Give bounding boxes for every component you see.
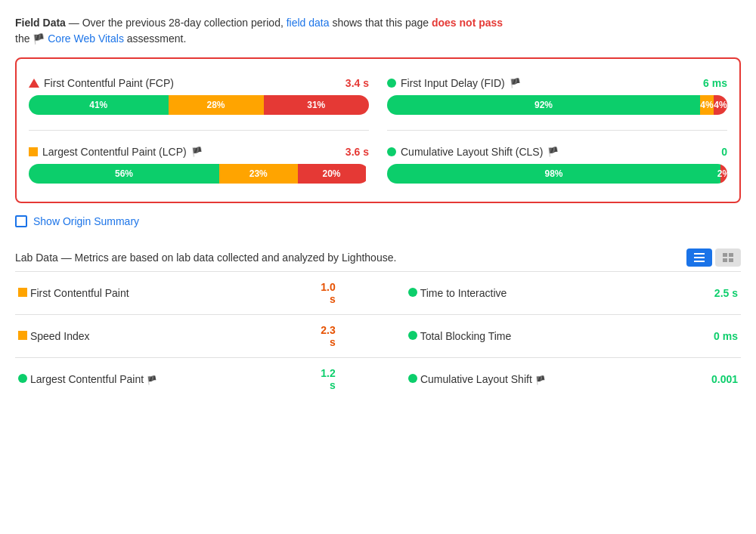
bar-fcp-red: 31% <box>264 95 370 115</box>
square-orange-icon-lcp <box>29 147 38 156</box>
metric-header-fid: First Input Delay (FID) 🏴 6 ms <box>387 77 727 89</box>
lab-cell-fcp-left: First Contentful Paint <box>15 272 318 315</box>
does-not-pass-text: does not pass <box>432 17 503 29</box>
circle-green-icon-lab-cls <box>408 374 417 383</box>
lab-metric-name-tbt: Total Blocking Time <box>420 330 512 342</box>
metric-title-row-lcp: Largest Contentful Paint (LCP) 🏴 <box>29 146 203 158</box>
metric-name-cls: Cumulative Layout Shift (CLS) <box>401 146 543 158</box>
field-data-header: Field Data — Over the previous 28-day co… <box>15 15 741 47</box>
bar-lcp-red: 20% <box>298 164 366 184</box>
svg-rect-3 <box>723 253 727 257</box>
metric-header-fcp: First Contentful Paint (FCP) 3.4 s <box>29 77 369 89</box>
lab-data-link[interactable]: lab data <box>176 252 214 264</box>
divider-left <box>29 130 369 131</box>
bar-cls-red: 2% <box>720 164 727 184</box>
circle-green-icon-fid <box>387 79 396 88</box>
core-web-vitals-link[interactable]: 🏴 Core Web Vitals <box>33 32 126 45</box>
metric-title-row-fid: First Input Delay (FID) 🏴 <box>387 77 521 89</box>
metric-value-lcp: 3.6 s <box>345 146 369 158</box>
lab-metric-value-lcp: 1.2 s <box>318 358 338 401</box>
metric-value-fcp: 3.4 s <box>345 77 369 89</box>
circle-green-icon-lab-tti <box>408 288 417 297</box>
toggle-buttons <box>686 248 741 267</box>
lab-cell-tbt-right: Total Blocking Time <box>405 315 708 358</box>
show-origin-checkbox[interactable] <box>15 215 27 227</box>
lab-metric-name-fcp: First Contentful Paint <box>30 287 129 299</box>
lab-metric-name-tti: Time to Interactive <box>420 287 507 299</box>
bar-lcp-orange: 23% <box>219 164 298 184</box>
metric-name-lcp: Largest Contentful Paint (LCP) <box>42 146 187 158</box>
bar-fcp-green: 41% <box>29 95 169 115</box>
metric-header-lcp: Largest Contentful Paint (LCP) 🏴 3.6 s <box>29 146 369 158</box>
svg-rect-4 <box>729 253 733 257</box>
bar-fcp-orange: 28% <box>169 95 264 115</box>
toggle-list-button[interactable] <box>686 248 712 267</box>
field-data-box: First Contentful Paint (FCP) 3.4 s 41% 2… <box>15 57 741 203</box>
circle-green-icon-cls <box>387 147 396 156</box>
field-data-desc-prefix: — Over the previous 28-day collection pe… <box>66 17 287 29</box>
svg-rect-1 <box>694 257 705 258</box>
bar-fcp: 41% 28% 31% <box>29 95 369 115</box>
circle-green-icon-lab-tbt <box>408 331 417 340</box>
lab-row-lcp: Largest Contentful Paint 🏴 1.2 s Cumulat… <box>15 358 741 401</box>
bar-cls: 98% 2% <box>387 164 727 184</box>
lab-metric-name-cls: Cumulative Layout Shift <box>420 373 532 385</box>
lab-cell-lcp-left: Largest Contentful Paint 🏴 <box>15 358 318 401</box>
lighthouse-link[interactable]: Lighthouse <box>342 252 394 264</box>
lab-metric-name-si: Speed Index <box>30 330 90 342</box>
lab-cell-cls-right: Cumulative Layout Shift 🏴 <box>405 358 708 401</box>
field-data-link[interactable]: field data <box>287 17 330 29</box>
metric-card-fid: First Input Delay (FID) 🏴 6 ms 92% 4% 4% <box>387 71 727 121</box>
square-orange-icon-lab-si <box>18 331 27 340</box>
metric-value-fid: 6 ms <box>703 77 727 89</box>
bar-fid-orange: 4% <box>700 95 714 115</box>
metric-card-cls: Cumulative Layout Shift (CLS) 🏴 0 98% 2% <box>387 140 727 190</box>
metric-header-cls: Cumulative Layout Shift (CLS) 🏴 0 <box>387 146 727 158</box>
lab-cell-si-left: Speed Index <box>15 315 318 358</box>
divider-right <box>387 130 727 131</box>
show-origin-label[interactable]: Show Origin Summary <box>33 215 139 227</box>
lab-metric-name-lcp: Largest Contentful Paint <box>30 373 144 385</box>
lab-metric-value-fcp: 1.0 s <box>318 272 338 315</box>
lab-cell-tti-right: Time to Interactive <box>405 272 708 315</box>
lab-data-desc-prefix: — Metrics are based on <box>58 252 176 264</box>
metric-value-cls: 0 <box>721 146 727 158</box>
metric-card-lcp: Largest Contentful Paint (LCP) 🏴 3.6 s 5… <box>29 140 369 190</box>
lab-row-fcp: First Contentful Paint 1.0 s Time to Int… <box>15 272 741 315</box>
bar-fid: 92% 4% 4% <box>387 95 727 115</box>
metric-title-row-cls: Cumulative Layout Shift (CLS) 🏴 <box>387 146 559 158</box>
lab-data-header: Lab Data — Metrics are based on lab data… <box>15 248 741 267</box>
lab-metric-value-cls: 0.001 <box>708 358 741 401</box>
metric-title-row-fcp: First Contentful Paint (FCP) <box>29 77 174 89</box>
bookmark-icon-lab-cls: 🏴 <box>535 375 546 384</box>
metric-name-fid: First Input Delay (FID) <box>401 77 505 89</box>
lab-row-si: Speed Index 2.3 s Total Blocking Time 0 … <box>15 315 741 358</box>
svg-rect-2 <box>694 261 705 262</box>
bar-fid-red: 4% <box>714 95 727 115</box>
toggle-treemap-button[interactable] <box>715 248 741 267</box>
bookmark-icon-fid: 🏴 <box>510 78 521 88</box>
triangle-red-icon <box>29 79 39 88</box>
lab-metrics-table: First Contentful Paint 1.0 s Time to Int… <box>15 271 741 400</box>
field-metrics-grid: First Contentful Paint (FCP) 3.4 s 41% 2… <box>29 71 727 190</box>
circle-green-icon-lab-lcp <box>18 374 27 383</box>
lab-data-desc-suffix: . <box>393 252 396 264</box>
bookmark-icon-cwv: 🏴 <box>33 33 45 45</box>
square-orange-icon-lab-fcp <box>18 288 27 297</box>
lab-data-title: Lab Data <box>15 252 58 264</box>
svg-rect-6 <box>729 258 733 262</box>
lab-metric-value-tti: 2.5 s <box>708 272 741 315</box>
line2-suffix: assessment. <box>127 32 187 45</box>
metric-name-fcp: First Contentful Paint (FCP) <box>44 77 174 89</box>
show-origin-row[interactable]: Show Origin Summary <box>15 215 741 227</box>
lab-metric-value-si: 2.3 s <box>318 315 338 358</box>
lab-metric-value-tbt: 0 ms <box>708 315 741 358</box>
metric-card-fcp: First Contentful Paint (FCP) 3.4 s 41% 2… <box>29 71 369 121</box>
field-data-title: Field Data <box>15 17 66 29</box>
bar-cls-green: 98% <box>387 164 720 184</box>
lab-data-title-row: Lab Data — Metrics are based on lab data… <box>15 250 396 266</box>
bar-fid-green: 92% <box>387 95 700 115</box>
bar-lcp-green: 56% <box>29 164 219 184</box>
bookmark-icon-cls: 🏴 <box>547 147 559 157</box>
lab-data-desc-middle: collected and analyzed by <box>214 252 342 264</box>
